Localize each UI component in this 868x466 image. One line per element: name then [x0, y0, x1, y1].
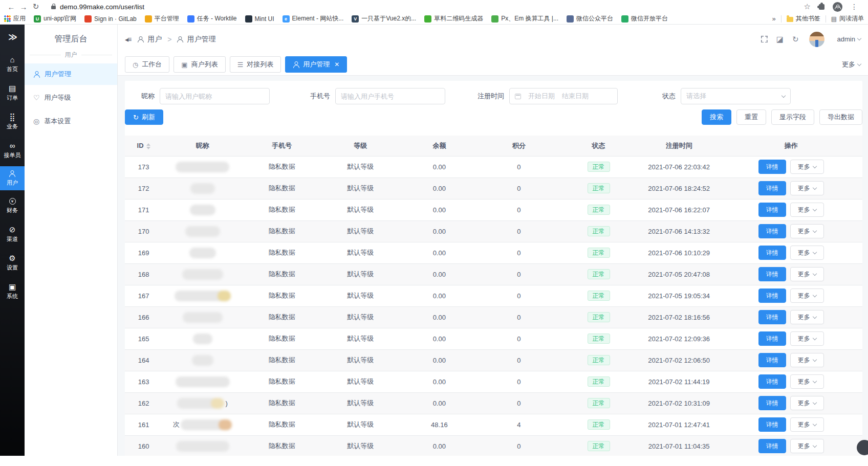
bookmark-item[interactable]: 微信开放平台	[621, 14, 668, 23]
detail-button[interactable]: 详情	[758, 246, 786, 260]
phone-input[interactable]	[335, 88, 445, 104]
rail-item-channel[interactable]: ⊘渠道	[0, 221, 25, 247]
detail-button[interactable]: 详情	[758, 396, 786, 410]
row-more-button[interactable]: 更多	[790, 331, 824, 346]
bookmarks-overflow-icon[interactable]: »	[772, 15, 775, 23]
nickname-input[interactable]	[160, 88, 270, 104]
column-header-ID[interactable]: ID	[125, 136, 162, 156]
rail-item-finance[interactable]: ¥财务	[0, 194, 25, 218]
row-more-button[interactable]: 更多	[790, 396, 824, 410]
detail-button[interactable]: 详情	[758, 181, 786, 195]
rail-item-order[interactable]: ▤订单	[0, 80, 25, 105]
row-more-button[interactable]: 更多	[790, 267, 824, 281]
bookmark-item[interactable]: Mint UI	[245, 15, 274, 23]
column-header-昵称[interactable]: 昵称	[162, 136, 243, 156]
bookmark-item[interactable]: eElement - 网站快...	[283, 14, 344, 23]
sidebar-item-target[interactable]: ◎基本设置	[25, 110, 117, 132]
breadcrumb-section[interactable]: 用户	[147, 35, 162, 44]
detail-button[interactable]: 详情	[758, 203, 786, 217]
column-header-状态[interactable]: 状态	[559, 136, 638, 156]
tab-商户列表[interactable]: ▣商户列表	[173, 56, 225, 73]
sidebar-item-heart[interactable]: ♡用户等级	[25, 87, 117, 108]
other-bookmarks-button[interactable]: 其他书签	[787, 14, 820, 23]
detail-button[interactable]: 详情	[758, 439, 786, 453]
detail-button[interactable]: 详情	[758, 289, 786, 303]
tabs-more-button[interactable]: 更多	[842, 60, 861, 69]
reading-list-button[interactable]: ▤ 阅读清单	[831, 14, 864, 23]
row-more-button[interactable]: 更多	[790, 160, 824, 174]
row-more-button[interactable]: 更多	[790, 417, 824, 432]
rail-item-settings[interactable]: ⚙设置	[0, 250, 25, 275]
reset-button[interactable]: 重置	[736, 109, 766, 125]
detail-button[interactable]: 详情	[758, 417, 786, 432]
address-bar[interactable]: demo.99make.com/user/list	[46, 1, 804, 12]
bookmark-item[interactable]: 平台管理	[145, 14, 179, 23]
row-more-button[interactable]: 更多	[790, 310, 824, 324]
browser-back-icon[interactable]: ←	[5, 3, 17, 11]
floating-widget[interactable]	[857, 440, 868, 455]
user-avatar[interactable]	[809, 32, 824, 47]
row-more-button[interactable]: 更多	[790, 224, 824, 238]
refresh-button[interactable]: ↻ 刷新	[125, 109, 163, 125]
detail-button[interactable]: 详情	[758, 331, 786, 346]
detail-button[interactable]: 详情	[758, 353, 786, 367]
row-more-button[interactable]: 更多	[790, 246, 824, 260]
register-date-range-picker[interactable]: 开始日期 结束日期	[509, 88, 618, 104]
detail-button[interactable]: 详情	[758, 374, 786, 389]
bookmark-item[interactable]: Sign in · GitLab	[84, 15, 137, 23]
show-fields-button[interactable]: 显示字段	[771, 109, 814, 125]
breadcrumb-page[interactable]: 用户管理	[187, 35, 215, 44]
detail-button[interactable]: 详情	[758, 160, 786, 174]
sort-icon[interactable]	[146, 143, 150, 149]
browser-menu-icon[interactable]: ⋮	[851, 3, 858, 11]
column-header-注册时间[interactable]: 注册时间	[638, 136, 720, 156]
refresh-page-icon[interactable]: ↻	[792, 35, 799, 44]
detail-button[interactable]: 详情	[758, 267, 786, 281]
column-header-操作[interactable]: 操作	[720, 136, 862, 156]
account-menu[interactable]: admin	[837, 35, 861, 43]
cell-nickname	[162, 177, 243, 199]
browser-profile-icon[interactable]	[833, 2, 842, 12]
bookmark-item[interactable]: 任务 - Worktile	[187, 14, 237, 23]
bookmark-star-icon[interactable]: ☆	[804, 2, 811, 11]
row-more-button[interactable]: 更多	[790, 353, 824, 367]
search-button[interactable]: 搜索	[702, 109, 731, 125]
row-more-button[interactable]: 更多	[790, 181, 824, 195]
app-logo-icon[interactable]: ≫	[8, 32, 16, 42]
tab-对接列表[interactable]: ☰对接列表	[230, 56, 281, 73]
theme-icon[interactable]: ◪	[776, 35, 784, 44]
rail-item-system[interactable]: ▣系统	[0, 279, 25, 304]
browser-reload-icon[interactable]: ↻	[30, 2, 42, 11]
column-header-余额[interactable]: 余额	[400, 136, 479, 156]
detail-button[interactable]: 详情	[758, 224, 786, 238]
column-header-手机号[interactable]: 手机号	[243, 136, 321, 156]
row-more-button[interactable]: 更多	[790, 374, 824, 389]
tab-工作台[interactable]: ◷工作台	[125, 56, 169, 73]
extensions-icon[interactable]	[819, 4, 824, 10]
row-more-button[interactable]: 更多	[790, 203, 824, 217]
row-more-button[interactable]: 更多	[790, 439, 824, 453]
tab-用户管理[interactable]: 用户管理✕	[285, 56, 347, 73]
bookmark-item[interactable]: 草料二维码生成器	[424, 14, 483, 23]
page-url[interactable]: demo.99make.com/user/list	[60, 3, 144, 11]
rail-item-user[interactable]: 用户	[0, 166, 25, 190]
browser-forward-icon[interactable]: →	[17, 3, 30, 11]
sidebar-item-user[interactable]: 用户管理	[25, 63, 117, 85]
status-select[interactable]: 请选择	[681, 88, 791, 104]
rail-item-business[interactable]: ⣿业务	[0, 109, 25, 134]
bookmark-item[interactable]: 微信公众平台	[567, 14, 613, 23]
column-header-积分[interactable]: 积分	[479, 136, 559, 156]
fullscreen-icon[interactable]	[761, 36, 768, 42]
bookmark-item[interactable]: Px、Em 换算工具 |...	[491, 14, 558, 23]
close-icon[interactable]: ✕	[334, 61, 339, 68]
bookmark-item[interactable]: Uuni-app官网	[34, 14, 76, 23]
column-header-等级[interactable]: 等级	[321, 136, 400, 156]
collapse-menu-icon[interactable]: ◂≡	[125, 35, 131, 43]
export-data-button[interactable]: 导出数据	[819, 109, 862, 125]
bookmark-item[interactable]: 应用	[4, 14, 26, 23]
rail-item-home[interactable]: ⌂首页	[0, 52, 25, 77]
bookmark-item[interactable]: V一只基于Vue2.x的...	[352, 14, 416, 23]
detail-button[interactable]: 详情	[758, 310, 786, 324]
rail-item-rider[interactable]: ∞接单员	[0, 138, 25, 163]
row-more-button[interactable]: 更多	[790, 289, 824, 303]
